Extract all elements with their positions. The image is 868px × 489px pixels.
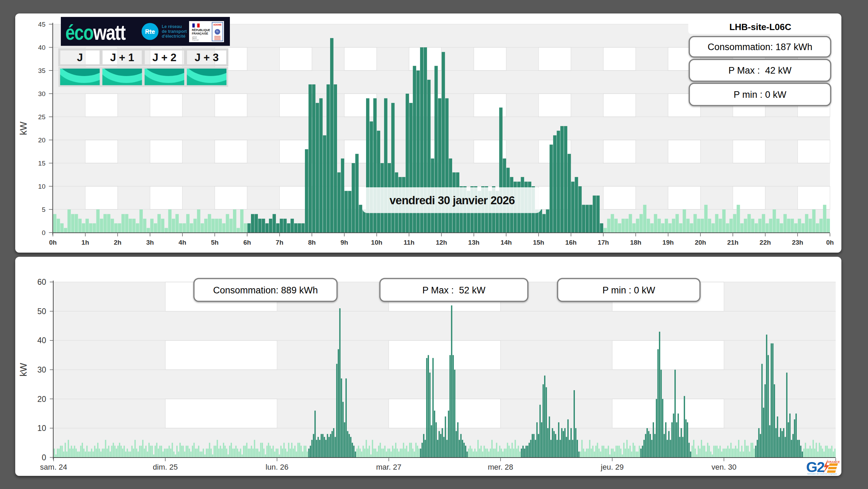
svg-text:19h: 19h	[662, 239, 674, 246]
svg-text:35: 35	[38, 67, 45, 74]
svg-text:22h: 22h	[759, 239, 771, 246]
svg-text:4h: 4h	[179, 239, 186, 246]
svg-text:11h: 11h	[403, 239, 414, 246]
svg-text:15h: 15h	[533, 239, 544, 246]
svg-text:d'électricité: d'électricité	[162, 34, 186, 39]
svg-text:Optimisation des ressources én: Optimisation des ressources énergétiques	[807, 473, 837, 475]
svg-text:0h: 0h	[826, 239, 834, 246]
svg-text:10: 10	[38, 183, 45, 190]
svg-text:0: 0	[42, 453, 46, 462]
svg-text:P min : 0 kW: P min : 0 kW	[603, 285, 655, 295]
svg-text:vendredi 30 janvier 2026: vendredi 30 janvier 2026	[390, 194, 515, 207]
svg-text:dim. 25: dim. 25	[153, 463, 178, 471]
svg-text:9h: 9h	[340, 239, 348, 246]
svg-text:kW: kW	[18, 363, 29, 377]
svg-text:P Max : 52 kW: P Max : 52 kW	[422, 285, 486, 295]
svg-text:18h: 18h	[630, 239, 642, 246]
svg-text:Consommation: 187 kWh: Consommation: 187 kWh	[708, 42, 812, 52]
svg-text:6h: 6h	[243, 239, 251, 246]
svg-text:écowatt: écowatt	[65, 20, 125, 45]
svg-text:60: 60	[37, 278, 46, 286]
svg-text:16h: 16h	[565, 239, 577, 246]
svg-text:J + 3: J + 3	[195, 51, 219, 64]
svg-text:J + 1: J + 1	[110, 51, 134, 64]
svg-text:40: 40	[38, 44, 45, 51]
svg-text:0: 0	[42, 229, 46, 236]
svg-text:30: 30	[37, 365, 46, 374]
svg-text:RÉPUBLIQUE: RÉPUBLIQUE	[192, 28, 210, 32]
svg-text:jeu. 29: jeu. 29	[600, 463, 624, 471]
svg-text:P Max : 42 kW: P Max : 42 kW	[728, 65, 792, 76]
svg-text:Rte: Rte	[145, 28, 155, 35]
svg-text:sam. 24: sam. 24	[40, 463, 67, 471]
svg-text:ven. 30: ven. 30	[711, 463, 736, 471]
svg-text:P min : 0 kW: P min : 0 kW	[734, 90, 786, 100]
svg-text:10h: 10h	[371, 239, 382, 246]
svg-text:0h: 0h	[49, 239, 57, 246]
svg-text:J: J	[77, 51, 83, 64]
svg-text:FRANÇAISE: FRANÇAISE	[192, 32, 208, 36]
svg-text:20: 20	[37, 395, 46, 404]
svg-text:40: 40	[37, 336, 46, 345]
svg-text:G2: G2	[806, 459, 824, 475]
svg-text:ADEME: ADEME	[213, 23, 222, 26]
svg-text:10: 10	[37, 424, 46, 433]
svg-text:15: 15	[38, 160, 45, 167]
svg-text:Fraternité: Fraternité	[192, 39, 199, 41]
svg-text:kW: kW	[18, 121, 29, 135]
svg-text:50: 50	[37, 307, 46, 316]
svg-text:J + 2: J + 2	[152, 51, 177, 64]
svg-text:21h: 21h	[727, 239, 739, 246]
svg-text:13h: 13h	[468, 239, 479, 246]
svg-text:mer. 28: mer. 28	[488, 463, 513, 471]
svg-text:20h: 20h	[695, 239, 706, 246]
svg-text:5: 5	[42, 206, 46, 213]
svg-text:5h: 5h	[211, 239, 218, 246]
svg-text:lun. 26: lun. 26	[265, 463, 288, 471]
svg-text:14h: 14h	[501, 239, 512, 246]
svg-text:1h: 1h	[82, 239, 89, 246]
svg-text:30: 30	[38, 90, 45, 97]
svg-text:25: 25	[38, 113, 45, 121]
svg-text:Consommation: 889 kWh: Consommation: 889 kWh	[213, 285, 318, 295]
svg-text:17h: 17h	[598, 239, 609, 246]
svg-text:8h: 8h	[308, 239, 316, 246]
svg-text:20: 20	[38, 137, 45, 144]
svg-text:mar. 27: mar. 27	[376, 463, 401, 471]
svg-text:45: 45	[38, 21, 45, 28]
svg-text:FRANCE: FRANCE	[828, 460, 840, 464]
svg-text:12h: 12h	[436, 239, 447, 246]
svg-text:7h: 7h	[276, 239, 283, 246]
svg-text:3h: 3h	[146, 239, 154, 246]
svg-text:23h: 23h	[792, 239, 803, 246]
svg-text:LHB-site-L06C: LHB-site-L06C	[729, 22, 791, 32]
svg-text:2h: 2h	[114, 239, 121, 246]
